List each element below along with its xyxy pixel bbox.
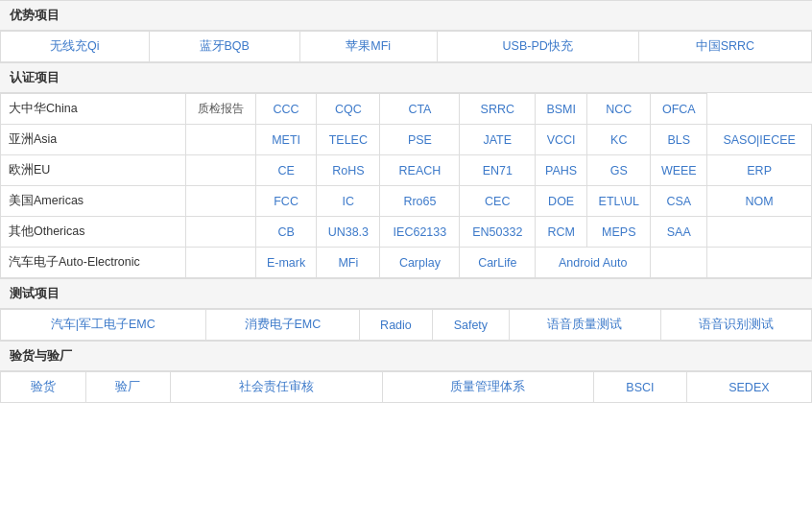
cert-auto-empty2 [707,248,812,278]
cert-carlife: CarLife [460,248,536,278]
inspection-section: 验货与验厂 验货 验厂 社会责任审核 质量管理体系 BSCI SEDEX [0,341,812,403]
auto-label [185,248,255,278]
cert-carplay: Carplay [380,248,460,278]
cert-en71: EN71 [460,155,536,186]
cert-rro65: Rro65 [380,186,460,217]
cert-reach: REACH [380,155,460,186]
cert-emark: E-mark [255,248,316,278]
eu-label [185,155,255,186]
cert-iec62133: IEC62133 [380,217,460,248]
cert-cec: CEC [460,186,536,217]
testing-title: 测试项目 [0,278,812,309]
inspection-table: 验货 验厂 社会责任审核 质量管理体系 BSCI SEDEX [0,371,812,403]
cert-pse: PSE [380,125,460,155]
inspect-item-4: 质量管理体系 [382,372,593,403]
cert-saso: SASO|IECEE [707,125,812,155]
cert-doe: DOE [536,186,587,217]
table-row: 汽车电子Auto-Electronic E-mark MFi Carplay C… [1,248,812,278]
cert-meps: MEPS [587,217,651,248]
cert-cqc: CQC [317,94,380,125]
cert-un383: UN38.3 [317,217,380,248]
advantage-item-2: 蓝牙BQB [149,32,299,62]
cert-mfi: MFi [317,248,380,278]
advantage-table: 无线充Qi 蓝牙BQB 苹果MFi USB-PD快充 中国SRRC [0,31,812,62]
table-row: 亚洲Asia METI TELEC PSE JATE VCCI KC BLS S… [1,125,812,155]
cert-ccc: CCC [255,94,316,125]
cert-pahs: PAHS [536,155,587,186]
advantage-item-5: 中国SRRC [638,32,811,62]
advantage-item-4: USB-PD快充 [437,32,638,62]
cert-gs: GS [587,155,651,186]
cert-saa: SAA [651,217,707,248]
cert-csa: CSA [651,186,707,217]
inspect-item-3: 社会责任审核 [171,372,382,403]
advantage-title: 优势项目 [0,0,812,31]
cert-ncc: NCC [587,94,651,125]
cert-telec: TELEC [317,125,380,155]
category-eu: 欧洲EU [1,155,186,186]
china-label: 质检报告 [185,94,255,125]
certification-title: 认证项目 [0,62,812,93]
cert-srrc: SRRC [460,94,536,125]
cert-meti: METI [255,125,316,155]
test-item-2: 消费电子EMC [205,310,360,341]
inspection-title: 验货与验厂 [0,341,812,371]
advantage-section: 优势项目 无线充Qi 蓝牙BQB 苹果MFi USB-PD快充 中国SRRC [0,0,812,62]
certification-table: 大中华China 质检报告 CCC CQC CTA SRRC BSMI NCC … [0,93,812,278]
cert-bls: BLS [651,125,707,155]
cert-ofca: OFCA [651,94,707,125]
inspect-item-5: BSCI [594,372,687,403]
category-americas: 美国Americas [1,186,186,217]
testing-section: 测试项目 汽车|军工电子EMC 消费电子EMC Radio Safety 语音质… [0,278,812,341]
certification-section: 认证项目 大中华China 质检报告 CCC CQC CTA SRRC BSMI… [0,62,812,278]
test-item-4: Safety [432,310,509,341]
category-auto: 汽车电子Auto-Electronic [1,248,186,278]
table-row: 大中华China 质检报告 CCC CQC CTA SRRC BSMI NCC … [1,94,812,125]
test-item-6: 语音识别测试 [660,310,812,341]
cert-jate: JATE [460,125,536,155]
cert-auto-empty1 [651,248,707,278]
cert-rcm: RCM [536,217,587,248]
test-item-1: 汽车|军工电子EMC [1,310,206,341]
other-label [185,217,255,248]
americas-label [185,186,255,217]
cert-rohs: RoHS [317,155,380,186]
cert-erp: ERP [707,155,812,186]
cert-ic: IC [317,186,380,217]
cert-en50332: EN50332 [460,217,536,248]
table-row: 美国Americas FCC IC Rro65 CEC DOE ETL\UL C… [1,186,812,217]
cert-kc: KC [587,125,651,155]
cert-android-auto: Android Auto [536,248,651,278]
asia-label [185,125,255,155]
category-china: 大中华China [1,94,186,125]
cert-weee: WEEE [651,155,707,186]
inspect-item-2: 验厂 [85,372,171,403]
cert-fcc: FCC [255,186,316,217]
table-row: 其他Othericas CB UN38.3 IEC62133 EN50332 R… [1,217,812,248]
cert-bsmi: BSMI [536,94,587,125]
category-asia: 亚洲Asia [1,125,186,155]
inspect-item-1: 验货 [1,372,86,403]
advantage-item-1: 无线充Qi [1,32,150,62]
cert-other-empty [707,217,812,248]
table-row: 欧洲EU CE RoHS REACH EN71 PAHS GS WEEE ERP [1,155,812,186]
testing-table: 汽车|军工电子EMC 消费电子EMC Radio Safety 语音质量测试 语… [0,309,812,341]
advantage-item-3: 苹果MFi [299,32,437,62]
cert-etlul: ETL\UL [587,186,651,217]
cert-vcci: VCCI [536,125,587,155]
category-other: 其他Othericas [1,217,186,248]
test-item-5: 语音质量测试 [510,310,660,341]
cert-nom: NOM [707,186,812,217]
cert-cta: CTA [380,94,460,125]
test-item-3: Radio [360,310,432,341]
cert-ce: CE [255,155,316,186]
inspect-item-6: SEDEX [686,372,811,403]
cert-cb: CB [255,217,316,248]
